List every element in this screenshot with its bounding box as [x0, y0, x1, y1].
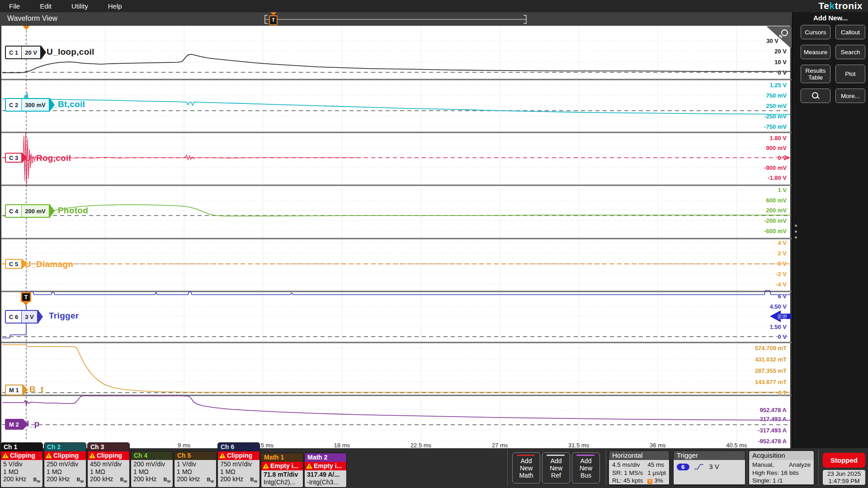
trace-u-bt-coil [2, 93, 791, 114]
warning-icon: ! [306, 463, 312, 469]
record-view-bar[interactable]: T [264, 15, 527, 24]
tick-label: 3 V [778, 313, 787, 320]
tick-label: -750 mV [764, 123, 787, 130]
bottom-badge-math1[interactable]: Math 1!Empty i...71.8 mT/divIntg(Ch2)... [261, 453, 303, 487]
badge-body: 1 V/div1 MΩ200 kHzBW [175, 460, 216, 487]
badge-row: 1 MΩ [90, 468, 127, 476]
badge-row: 1 V/div [177, 460, 214, 468]
menu-utility[interactable]: Utility [71, 2, 88, 10]
badge-arrow [23, 385, 28, 395]
badge-arrow [41, 46, 46, 59]
rising-edge-icon [694, 463, 704, 470]
menu-edit[interactable]: Edit [40, 2, 52, 10]
panel-drag-handle[interactable] [795, 225, 798, 239]
time-axis-label: 27 ms [492, 442, 508, 449]
sidebar-button-plot[interactable]: Plot [835, 65, 865, 83]
time-axis-label: 18 ms [334, 442, 350, 449]
bottom-badge-ch3[interactable]: Ch 3!Clipping450 mV/div1 MΩ200 kHzBW [88, 443, 129, 487]
acquisition-highres: High Res: 16 bits [752, 469, 811, 477]
badge-row: 200 kHzBW [3, 475, 40, 486]
trigger-panel[interactable]: Trigger 6 3 V [674, 451, 745, 485]
sidebar-button-callout[interactable]: Callout [835, 25, 865, 39]
bottom-badge-ch5[interactable]: Ch 51 V/div1 MΩ200 kHzBW [175, 451, 216, 487]
tab-waveform-view[interactable]: Waveform View [7, 14, 57, 23]
sidebar-button-results-table[interactable]: Results Table [801, 65, 830, 83]
badge-row: -Intg(Ch3... [307, 479, 344, 486]
channel-badge-m2[interactable]: M 2 [5, 419, 28, 430]
badge-body: 450 mV/div1 MΩ200 kHzBW [88, 460, 129, 487]
time-label: 1:47:59 PM [823, 478, 865, 485]
tick-label: 0 V [778, 260, 787, 267]
bottom-badge-math2[interactable]: Math 2!Empty i...317.49 A/...-Intg(Ch3..… [305, 453, 346, 487]
channel-badge-m1[interactable]: M 1 [5, 385, 28, 395]
tick-label: 143.677 mT [755, 379, 787, 385]
trigger-source-marker[interactable]: T [21, 292, 31, 305]
badge-id: C 4 [5, 204, 21, 218]
bottom-badge-ch1[interactable]: Ch 1!Clipping5 V/div1 MΩ200 kHzBW [1, 443, 42, 487]
channel-label-i-p: I_p [27, 419, 39, 429]
waveform-plot[interactable]: 30 V20 V10 V0 VU_loop,coilC 120 V1.25 V7… [0, 26, 790, 448]
channel-badge-c6[interactable]: C 63 V [5, 310, 43, 324]
channel-badge-c2[interactable]: C 2300 mV [5, 98, 55, 112]
badge-scale-row: 317.49 A/... [307, 471, 344, 479]
stopped-button[interactable]: Stopped [823, 453, 865, 468]
sidebar-button-grid: CursorsCalloutMeasureSearchResults Table… [801, 25, 866, 103]
sidebar-zoom-button[interactable] [801, 89, 830, 103]
channel-badge-c1[interactable]: C 120 V [5, 46, 46, 59]
horizontal-col2: 45 ms 1 µs/pt T3% [647, 461, 666, 483]
badge-arrow [38, 310, 43, 324]
bandwidth-icon: BW [120, 476, 127, 486]
sidebar-button-search[interactable]: Search [835, 45, 865, 59]
badge-row: 200 kHzBW [220, 475, 257, 486]
badge-alert: !Clipping [218, 451, 259, 460]
tick-label: 317.493 A [760, 416, 787, 422]
tick-label: 600 mV [766, 197, 787, 204]
channel-badge-c5[interactable]: C 5 [5, 259, 27, 269]
sidebar-button-cursors[interactable]: Cursors [801, 25, 830, 39]
trigger-position-marker-icon[interactable] [23, 26, 30, 30]
tick-label: 1.50 V [769, 324, 787, 330]
tick-label: -952.478 A [758, 438, 787, 445]
tick-label: -317.493 A [758, 427, 787, 434]
add-new-math-button[interactable]: AddNewMath [512, 452, 540, 483]
tick-label: 6 V [778, 293, 787, 300]
badge-id: C 1 [5, 46, 21, 59]
add-new-ref-button[interactable]: AddNewRef [542, 452, 570, 483]
horizontal-panel[interactable]: Horizontal 4.5 ms/div SR: 1 MS/s RL: 45 … [609, 451, 669, 485]
warning-icon: ! [89, 453, 95, 458]
channel-badge-c3[interactable]: C 3 [5, 153, 27, 163]
badge-row: 1 MΩ [3, 468, 40, 476]
badge-alert: !Empty i... [305, 462, 346, 470]
channel-label-u-loop-coil: U_loop,coil [47, 47, 94, 57]
badge-id: C 5 [5, 259, 22, 269]
tick-label: -4 V [776, 281, 787, 288]
sidebar-button-measure[interactable]: Measure [801, 45, 830, 59]
tick-label: -200 mV [764, 217, 787, 224]
tick-label: 30 V [766, 38, 778, 44]
acquisition-analyze: Analyze [789, 461, 811, 469]
time-axis-label: 31.5 ms [568, 442, 589, 449]
trace-u-photod [2, 205, 791, 216]
add-new-bus-button[interactable]: AddNewBus [572, 452, 600, 483]
badge-row: 200 mV/div [133, 460, 170, 468]
badge-id: C 2 [5, 98, 21, 112]
bottom-badge-ch2[interactable]: Ch 2!Clipping250 mV/div1 MΩ200 kHzBW [44, 443, 86, 487]
tektronix-logo: Tektronix [819, 0, 863, 11]
channel-badge-c4[interactable]: C 4200 mV [5, 204, 55, 218]
badge-alert: !Clipping [1, 451, 42, 460]
bandwidth-icon: BW [250, 476, 257, 486]
sidebar-more-button[interactable]: More... [835, 89, 865, 103]
badge-row: 200 kHzBW [47, 475, 84, 486]
horizontal-panel-title: Horizontal [609, 451, 669, 460]
acquisition-panel[interactable]: Acquisition Manual, Analyze High Res: 16… [749, 451, 814, 485]
record-trigger-position-icon[interactable]: T [269, 15, 278, 25]
badge-header: Ch 2 [44, 443, 86, 451]
menu-file[interactable]: File [9, 2, 20, 10]
trigger-level-value: 3 V [709, 463, 719, 470]
tick-label: 750 mV [766, 92, 787, 99]
bottom-badge-ch6[interactable]: Ch 6!Clipping750 mV/div1 MΩ200 kHzBW [218, 443, 259, 487]
bottom-badge-ch4[interactable]: Ch 4200 mV/div1 MΩ200 kHzBW [131, 451, 173, 487]
menu-help[interactable]: Help [108, 2, 122, 10]
tick-label: 1.80 V [769, 135, 787, 141]
record-view-right-bracket [524, 15, 527, 24]
